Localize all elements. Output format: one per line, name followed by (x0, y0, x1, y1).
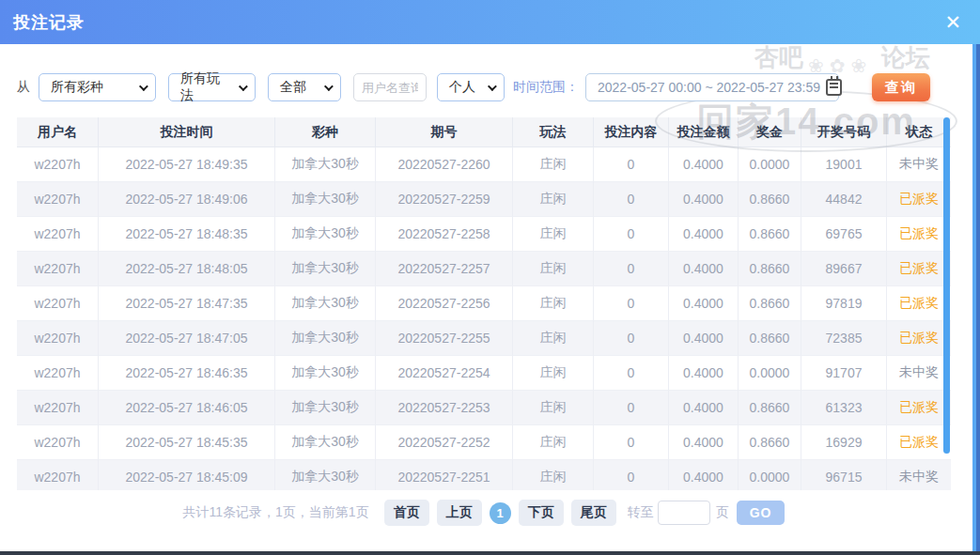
cell: 69765 (801, 217, 887, 252)
column-header: 状态 (887, 117, 951, 147)
cell: 加拿大30秒 (275, 147, 376, 182)
go-button[interactable]: GO (737, 501, 786, 525)
cell: 庄闲 (513, 321, 594, 356)
status-badge: 已派奖 (887, 182, 951, 217)
goto-page-input[interactable] (658, 501, 710, 525)
table-scrollbar[interactable] (943, 117, 950, 454)
cell: 2022-05-27 18:46:35 (99, 356, 275, 391)
cell: 0.4000 (669, 425, 739, 460)
cell: 0.8660 (739, 217, 801, 252)
next-page-button[interactable]: 下页 (519, 500, 564, 526)
records-table: 用户名投注时间彩种期号玩法投注内容投注金额奖金开奖号码状态 w2207h2022… (17, 117, 951, 490)
table-row: w2207h2022-05-27 18:49:35加拿大30秒20220527-… (17, 147, 951, 182)
cell: w2207h (17, 286, 99, 321)
cell: w2207h (17, 460, 99, 490)
cell: 0.8660 (739, 286, 801, 321)
cell: 加拿大30秒 (275, 425, 376, 460)
status-badge: 已派奖 (887, 252, 951, 286)
chevron-down-icon (324, 82, 334, 91)
close-icon[interactable]: ✕ (944, 12, 961, 32)
cell: 0.8660 (739, 321, 801, 356)
cell: 0.8660 (739, 425, 801, 460)
table-row: w2207h2022-05-27 18:48:05加拿大30秒20220527-… (17, 252, 951, 286)
cell: 2022-05-27 18:47:05 (99, 321, 275, 356)
cell: 0 (594, 182, 669, 217)
status-badge: 已派奖 (887, 425, 951, 460)
first-page-button[interactable]: 首页 (384, 500, 429, 526)
time-range-label: 时间范围： (513, 79, 579, 96)
current-page-badge[interactable]: 1 (490, 502, 511, 524)
table-row: w2207h2022-05-27 18:47:05加拿大30秒20220527-… (17, 321, 951, 356)
cell: 20220527-2255 (376, 321, 513, 356)
prev-page-button[interactable]: 上页 (437, 500, 482, 526)
cell: 72385 (801, 321, 887, 356)
chevron-down-icon (488, 82, 497, 91)
table-row: w2207h2022-05-27 18:45:35加拿大30秒20220527-… (17, 425, 951, 460)
table-row: w2207h2022-05-27 18:45:09加拿大30秒20220527-… (17, 460, 951, 490)
cell: 20220527-2253 (376, 391, 513, 425)
cell: 加拿大30秒 (275, 252, 376, 286)
cell: 庄闲 (513, 460, 594, 490)
status-badge: 未中奖 (887, 460, 951, 490)
cell: 2022-05-27 18:48:35 (99, 217, 275, 252)
username-search-input[interactable] (353, 73, 427, 101)
cell: 加拿大30秒 (275, 286, 376, 321)
search-button[interactable]: 查询 (872, 73, 930, 101)
cell: 20220527-2257 (376, 252, 513, 286)
cell: 庄闲 (513, 286, 594, 321)
cell: 89667 (801, 252, 887, 286)
table-body: w2207h2022-05-27 18:49:35加拿大30秒20220527-… (17, 147, 951, 490)
last-page-button[interactable]: 尾页 (571, 500, 616, 526)
window-bottom-border (0, 551, 980, 555)
time-range-value: 2022-05-27 00:00 ~ 2022-05-27 23:59 (598, 80, 820, 95)
cell: 庄闲 (513, 182, 594, 217)
status-badge: 未中奖 (887, 356, 951, 391)
cell: 0.4000 (669, 147, 739, 182)
cell: 2022-05-27 18:45:09 (99, 460, 275, 490)
cell: w2207h (17, 252, 99, 286)
cell: 庄闲 (513, 391, 594, 425)
cell: 0.0000 (739, 356, 801, 391)
page-unit-label: 页 (716, 504, 729, 521)
cell: w2207h (17, 217, 99, 252)
cell: 加拿大30秒 (275, 217, 376, 252)
status-badge: 已派奖 (887, 217, 951, 252)
watermark-text-right: 论坛 (881, 41, 930, 74)
cell: 0 (594, 147, 669, 182)
cell: 44842 (801, 182, 887, 217)
time-range-input[interactable]: 2022-05-27 00:00 ~ 2022-05-27 23:59 (585, 73, 839, 101)
cell: 2022-05-27 18:45:35 (99, 425, 275, 460)
cell: 加拿大30秒 (275, 391, 376, 425)
all-select[interactable]: 全部 (268, 73, 341, 101)
records-summary: 共计11条记录，1页，当前第1页 (183, 504, 369, 521)
cell: 0.4000 (669, 286, 739, 321)
scope-select[interactable]: 个人 (437, 73, 505, 101)
lottery-type-select[interactable]: 所有彩种 (39, 73, 156, 101)
status-badge: 已派奖 (887, 321, 951, 356)
play-method-select[interactable]: 所有玩法 (168, 73, 256, 101)
play-method-value: 所有玩法 (180, 70, 231, 104)
cell: 20220527-2254 (376, 356, 513, 391)
cell: 庄闲 (513, 252, 594, 286)
lottery-type-value: 所有彩种 (51, 79, 103, 96)
column-header: 投注内容 (594, 117, 669, 147)
all-select-value: 全部 (280, 79, 306, 96)
titlebar: 投注记录 ✕ (0, 0, 980, 44)
cell: 2022-05-27 18:49:35 (99, 147, 275, 182)
cell: w2207h (17, 425, 99, 460)
calendar-icon[interactable] (826, 79, 842, 96)
column-header: 用户名 (17, 117, 99, 147)
cell: w2207h (17, 182, 99, 217)
cell: 91707 (801, 356, 887, 391)
cell: 加拿大30秒 (275, 460, 376, 490)
cell: 0.0000 (739, 460, 801, 490)
cell: 20220527-2259 (376, 182, 513, 217)
table-row: w2207h2022-05-27 18:46:05加拿大30秒20220527-… (17, 391, 951, 425)
cell: 庄闲 (513, 147, 594, 182)
bet-records-modal: 投注记录 ✕ 杏吧 ❀✿❀ 论坛 回家14.com 从 所有彩种 所有玩法 全部… (0, 0, 980, 555)
cell: w2207h (17, 321, 99, 356)
cell: 0.4000 (669, 391, 739, 425)
table-row: w2207h2022-05-27 18:47:35加拿大30秒20220527-… (17, 286, 951, 321)
status-badge: 已派奖 (887, 286, 951, 321)
window-scrollbar[interactable] (972, 44, 980, 555)
